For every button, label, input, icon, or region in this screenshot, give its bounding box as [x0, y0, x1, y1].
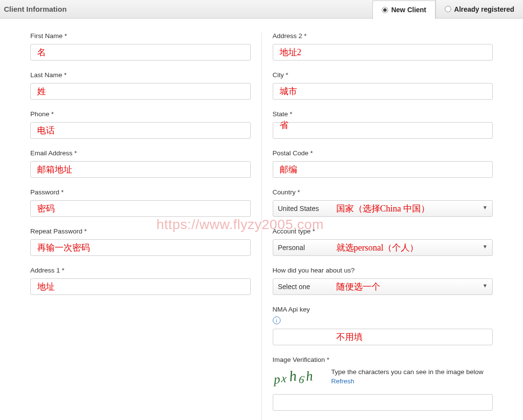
- first-name-input[interactable]: [30, 44, 251, 61]
- country-label: Country *: [273, 189, 493, 196]
- repeat-password-label: Repeat Password *: [30, 228, 251, 235]
- country-select[interactable]: United States: [273, 200, 493, 217]
- captcha-refresh-link[interactable]: Refresh: [331, 378, 354, 385]
- nma-input[interactable]: [273, 329, 493, 345]
- svg-text:x: x: [280, 372, 287, 385]
- state-label: State *: [273, 110, 493, 118]
- captcha-image: p x h 6 h: [273, 368, 322, 387]
- info-icon[interactable]: i: [273, 316, 281, 324]
- field-email: Email Address * 邮箱地址: [30, 149, 251, 178]
- svg-text:p: p: [273, 372, 281, 387]
- field-address1: Address 1 * 地址: [30, 267, 251, 295]
- form-area: https://www.flyzy2005.com First Name * 名…: [0, 19, 523, 420]
- field-password: Password * 密码: [30, 189, 251, 217]
- field-nma: NMA Api key i 不用填: [273, 306, 493, 345]
- postal-code-input[interactable]: [273, 161, 493, 178]
- field-country: Country * United States 国家（选择China 中国）: [273, 189, 493, 217]
- field-postal-code: Postal Code * 邮编: [273, 149, 493, 178]
- tab-already-registered[interactable]: Already registered: [436, 0, 523, 19]
- address2-label: Address 2 *: [273, 32, 493, 40]
- repeat-password-input[interactable]: [30, 239, 251, 256]
- hear-about-label: How did you hear about us?: [273, 267, 493, 274]
- password-input[interactable]: [30, 200, 251, 217]
- radio-icon: [382, 7, 388, 13]
- svg-text:h: h: [288, 368, 297, 384]
- field-account-type: Account type * Personal 就选personal（个人）: [273, 228, 493, 256]
- svg-text:6: 6: [298, 373, 305, 386]
- field-state: State * 省: [273, 110, 493, 139]
- left-column: First Name * 名 Last Name * 姓 Phone * 电话 …: [20, 32, 262, 420]
- header-tabs: New Client Already registered: [372, 0, 523, 19]
- address1-input[interactable]: [30, 278, 251, 295]
- state-input[interactable]: [273, 122, 493, 139]
- hear-about-select[interactable]: Select one: [273, 278, 493, 295]
- account-type-select[interactable]: Personal: [273, 239, 493, 256]
- captcha-input[interactable]: [273, 394, 493, 411]
- captcha-instructions: Type the characters you can see in the i…: [331, 368, 493, 377]
- first-name-label: First Name *: [30, 32, 251, 40]
- captcha-label: Image Verification *: [273, 356, 493, 363]
- header-bar: Client Information New Client Already re…: [0, 0, 523, 19]
- address2-input[interactable]: [273, 44, 493, 61]
- phone-input[interactable]: [30, 122, 251, 139]
- page-title: Client Information: [4, 5, 66, 13]
- field-phone: Phone * 电话: [30, 110, 251, 139]
- last-name-label: Last Name *: [30, 71, 251, 79]
- postal-code-label: Postal Code *: [273, 149, 493, 157]
- address1-label: Address 1 *: [30, 267, 251, 274]
- radio-icon: [445, 6, 451, 12]
- tab-new-client-label: New Client: [391, 6, 426, 14]
- nma-label: NMA Api key: [273, 306, 493, 313]
- city-label: City *: [273, 71, 493, 79]
- field-captcha: Image Verification * p x h 6 h Type the …: [273, 356, 493, 411]
- account-type-label: Account type *: [273, 228, 493, 235]
- field-last-name: Last Name * 姓: [30, 71, 251, 100]
- email-label: Email Address *: [30, 149, 251, 157]
- tab-new-client[interactable]: New Client: [372, 0, 436, 19]
- last-name-input[interactable]: [30, 83, 251, 100]
- city-input[interactable]: [273, 83, 493, 100]
- field-first-name: First Name * 名: [30, 32, 251, 61]
- field-repeat-password: Repeat Password * 再输一次密码: [30, 228, 251, 256]
- field-address2: Address 2 * 地址2: [273, 32, 493, 61]
- field-hear-about: How did you hear about us? Select one 随便…: [273, 267, 493, 295]
- password-label: Password *: [30, 189, 251, 196]
- email-input[interactable]: [30, 161, 251, 178]
- phone-label: Phone *: [30, 110, 251, 118]
- tab-already-registered-label: Already registered: [454, 5, 514, 13]
- field-city: City * 城市: [273, 71, 493, 100]
- svg-text:h: h: [305, 368, 313, 384]
- right-column: Address 2 * 地址2 City * 城市 State * 省 Post…: [262, 32, 504, 420]
